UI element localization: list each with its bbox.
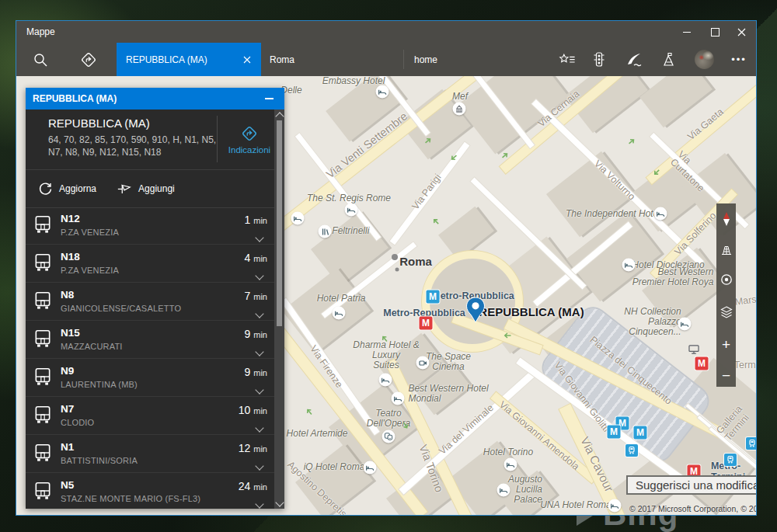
scrollbar-thumb[interactable] (277, 120, 282, 326)
line-destination: P.ZA VENEZIA (61, 228, 119, 237)
tab-close-icon (243, 56, 251, 64)
metro-station-icon: M (427, 290, 440, 304)
favorites-button[interactable] (554, 43, 580, 76)
collapse-button[interactable] (260, 88, 278, 110)
3d-cities-button[interactable] (656, 43, 682, 76)
shop-icon (319, 225, 332, 238)
map-road (295, 133, 381, 240)
scroll-up-icon[interactable] (275, 112, 284, 120)
suggest-edit-button[interactable]: Suggerisci una modifica (626, 475, 756, 495)
expand-row-button[interactable] (256, 306, 263, 320)
cinema-icon (416, 356, 430, 370)
locate-me-button[interactable] (716, 270, 736, 289)
arrow-icon (625, 134, 639, 148)
directions-action-button[interactable]: Indicazioni (221, 116, 277, 164)
layers-button[interactable] (716, 303, 736, 322)
arrival-time: 4 min (245, 252, 267, 264)
transit-row[interactable]: N15MAZZACURATI9 min (26, 321, 284, 359)
chevron-down-icon (255, 347, 263, 356)
tab-label: Roma (270, 54, 294, 65)
compass-button[interactable] (716, 210, 736, 228)
dot-icon (395, 268, 399, 272)
pin-flag-icon (117, 182, 132, 196)
arrival-time: 12 min (239, 442, 267, 454)
chevron-down-icon (255, 271, 263, 280)
expand-row-button[interactable] (256, 344, 263, 358)
search-button[interactable] (24, 43, 57, 76)
line-destination: CLODIO (61, 418, 94, 427)
panel-scrollbar[interactable] (274, 110, 284, 509)
compass-icon (723, 212, 730, 226)
monument-3d-icon (661, 52, 677, 68)
directions-diamond-icon (241, 125, 258, 142)
map-building (639, 76, 713, 127)
arrow-icon (429, 214, 443, 228)
add-button[interactable]: Aggiungi (117, 182, 175, 196)
transit-row[interactable]: N1BATTISTINI/SORIA12 min (26, 435, 284, 473)
transit-row[interactable]: N12P.ZA VENEZIA1 min (26, 207, 284, 245)
line-name: N5 (61, 479, 74, 491)
traffic-light-icon (591, 51, 607, 68)
titlebar[interactable]: Mappe (16, 21, 756, 43)
minimize-button[interactable] (674, 21, 700, 43)
chevron-down-icon (255, 309, 263, 318)
tilt-grid-icon (720, 244, 733, 256)
more-button[interactable]: ••• (726, 43, 752, 76)
map-pin[interactable] (465, 297, 486, 326)
refresh-button[interactable]: Aggiorna (38, 182, 96, 196)
maximize-button[interactable] (702, 21, 728, 43)
layers-icon (720, 305, 733, 319)
panel-header[interactable]: REPUBBLICA (MA) (26, 88, 284, 110)
line-destination: MAZZACURATI (61, 342, 123, 351)
bed-icon (622, 259, 636, 272)
street-label: Termini (734, 360, 756, 370)
panel-header-title: REPUBBLICA (MA) (33, 93, 117, 104)
favorites-star-icon (559, 53, 576, 67)
zoom-out-button[interactable]: − (716, 367, 736, 385)
transit-row[interactable]: N5STAZ.NE MONTE MARIO (FS-FL3)24 min (26, 473, 284, 509)
expand-row-button[interactable] (256, 496, 263, 509)
ink-button[interactable] (621, 43, 647, 76)
tilt-button[interactable] (716, 241, 736, 259)
arrival-time: 9 min (245, 366, 267, 378)
arrow-icon (302, 405, 316, 419)
gov-icon (453, 103, 466, 116)
bed-icon (345, 203, 358, 217)
tab-separator (403, 50, 404, 69)
poi-label: UNA Hotel Roma (540, 500, 611, 510)
arrival-time: 9 min (245, 328, 267, 340)
tab-label: home (414, 54, 437, 65)
metro-station-icon: M (420, 317, 433, 330)
arrival-time: 7 min (245, 290, 267, 302)
map-building (642, 248, 726, 328)
transit-row[interactable]: N7CLODIO10 min (26, 397, 284, 435)
account-avatar[interactable] (695, 50, 714, 69)
tab-home[interactable]: home (414, 43, 437, 76)
bus-icon (33, 214, 53, 238)
search-icon (33, 52, 48, 68)
expand-row-button[interactable] (256, 458, 263, 472)
expand-row-button[interactable] (256, 230, 263, 244)
refresh-icon (38, 182, 53, 196)
tab-roma[interactable]: Roma (270, 43, 294, 76)
bed-icon (497, 484, 510, 497)
divider (217, 116, 218, 162)
chevron-down-icon (255, 233, 263, 242)
chevron-down-icon (255, 423, 263, 432)
line-name: N15 (61, 327, 80, 339)
transit-row[interactable]: N18P.ZA VENEZIA4 min (26, 245, 284, 283)
expand-row-button[interactable] (256, 382, 263, 396)
directions-button[interactable] (72, 43, 105, 76)
transit-row[interactable]: N9LAURENTINA (MB)9 min (26, 359, 284, 397)
tab-repubblica[interactable]: REPUBBLICA (MA) (117, 43, 261, 76)
tab-close-button[interactable] (239, 51, 256, 68)
bed-icon (376, 85, 389, 99)
close-button[interactable] (728, 21, 754, 43)
zoom-in-button[interactable]: + (716, 336, 736, 354)
expand-row-button[interactable] (256, 268, 263, 282)
map-controls: + − (716, 203, 736, 387)
traffic-button[interactable] (586, 43, 612, 76)
transit-row[interactable]: N8GIANICOLENSE/CASALETTO7 min (26, 283, 284, 321)
expand-row-button[interactable] (256, 420, 263, 434)
scroll-down-icon[interactable] (275, 498, 284, 506)
